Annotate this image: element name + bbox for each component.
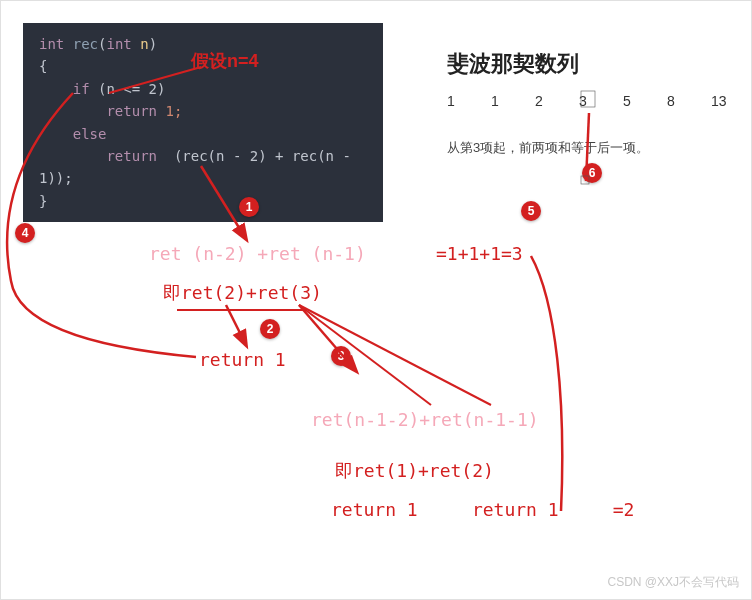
code-line-4: return 1; [39, 100, 367, 122]
return-eq: =2 [613, 499, 635, 520]
fib-1: 1 [447, 93, 465, 109]
watermark: CSDN @XXJ不会写代码 [607, 574, 739, 591]
step-badge-6: 6 [582, 163, 602, 183]
fib-6: 8 [667, 93, 685, 109]
expansion-3: ret(n-1-2)+ret(n-1-1) [311, 409, 539, 430]
step-badge-5: 5 [521, 201, 541, 221]
code-line-3: if (n <= 2) [39, 78, 367, 100]
kw-int: int [39, 36, 64, 52]
code-line-5: else [39, 123, 367, 145]
return-b: return 1 [472, 499, 559, 520]
page-title: 斐波那契数列 [447, 49, 579, 79]
kw-int2: int [106, 36, 131, 52]
step-badge-4: 4 [15, 223, 35, 243]
assumption-label: 假设n=4 [191, 49, 259, 73]
step-badge-3: 3 [331, 346, 351, 366]
fibonacci-sequence: 1 1 2 3 5 8 13 [447, 93, 729, 109]
param-n: n [140, 36, 148, 52]
expansion-2: 即ret(2)+ret(3) [163, 281, 322, 305]
code-line-6: return (rec(n - 2) + rec(n - 1)); [39, 145, 367, 190]
fib-2: 1 [491, 93, 509, 109]
fib-5: 5 [623, 93, 641, 109]
expansion-4: 即ret(1)+ret(2) [335, 459, 494, 483]
return-row: return 1 return 1 =2 [331, 499, 634, 520]
step-badge-2: 2 [260, 319, 280, 339]
svg-line-4 [299, 305, 431, 405]
description-text: 从第3项起，前两项和等于后一项。 [447, 139, 649, 157]
underline-divider [177, 309, 307, 311]
code-line-7: } [39, 190, 367, 212]
svg-line-2 [226, 305, 246, 345]
expansion-1-result: =1+1+1=3 [436, 243, 523, 264]
step-badge-1: 1 [239, 197, 259, 217]
return-a: return 1 [331, 499, 418, 520]
fib-3: 2 [535, 93, 553, 109]
fn-name: rec [73, 36, 98, 52]
fib-7: 13 [711, 93, 729, 109]
return-1-label: return 1 [199, 349, 286, 370]
svg-line-5 [299, 305, 491, 405]
fib-4: 3 [579, 93, 597, 109]
expansion-1: ret (n-2) +ret (n-1) [149, 243, 366, 264]
